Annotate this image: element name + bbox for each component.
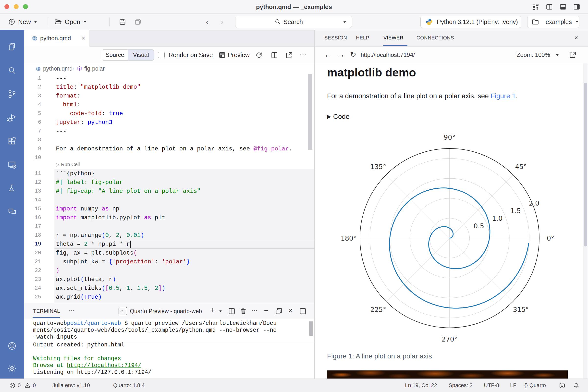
cursor-position[interactable]: Ln 19, Col 22	[405, 379, 437, 392]
save-all-icon[interactable]	[134, 18, 142, 26]
url-field[interactable]: http://localhost:7194/	[361, 46, 415, 63]
split-editor-icon[interactable]	[271, 52, 278, 58]
code-line[interactable]: 7---	[24, 127, 314, 136]
code-editor[interactable]: ▷ Run Cell 1---2title: "matplotlib demo"…	[24, 74, 314, 303]
code-disclosure[interactable]: ▶ Code	[327, 113, 350, 120]
visual-toggle[interactable]: Visual	[128, 50, 154, 60]
close-pane-icon[interactable]: ×	[574, 30, 578, 46]
tab-python-qmd[interactable]: python.qmd ×	[24, 30, 90, 46]
extensions-icon[interactable]	[6, 136, 18, 146]
account-icon[interactable]	[6, 340, 18, 351]
render-on-save-checkbox[interactable]	[158, 52, 165, 58]
forward-icon[interactable]: →	[337, 46, 345, 63]
more-actions-icon[interactable]: ⋯	[251, 307, 258, 314]
panel-right-icon[interactable]	[573, 4, 580, 10]
code-line[interactable]: 23ax.plot(theta, r)	[24, 275, 314, 284]
terminal-link[interactable]: http://localhost:7194/	[67, 362, 141, 369]
code-line[interactable]: 16import matplotlib.pyplot as plt	[24, 214, 314, 222]
quarto-version[interactable]: Quarto: 1.8.4	[113, 379, 144, 392]
search-input[interactable]: Search	[235, 16, 352, 28]
code-line[interactable]: 18r = np.arange(0, 2, 0.01)	[24, 231, 314, 240]
comments-icon[interactable]	[6, 206, 18, 217]
trash-icon[interactable]	[240, 308, 247, 314]
code-line[interactable]: 9For a demonstration of a line plot on a…	[24, 144, 314, 153]
code-line[interactable]: 12#| label: fig-polar	[24, 178, 314, 187]
figure-link[interactable]: Figure 1	[491, 92, 516, 100]
encoding[interactable]: UTF-8	[484, 379, 499, 392]
error-icon[interactable]	[9, 382, 16, 388]
terminal-tab[interactable]: TERMINAL	[33, 303, 60, 318]
source-control-icon[interactable]	[6, 89, 18, 100]
chevron-down-icon[interactable]	[556, 54, 559, 56]
code-line[interactable]: 22)	[24, 266, 314, 275]
new-button[interactable]: New	[8, 14, 37, 30]
code-line[interactable]: 5 code-fold: true	[24, 109, 314, 118]
language-mode[interactable]: {} Quarto	[524, 379, 546, 392]
editor-scrollbar[interactable]	[308, 74, 312, 150]
panel-bottom-icon[interactable]	[560, 4, 566, 10]
tab-session[interactable]: SESSION	[324, 30, 347, 46]
panel-more-icon[interactable]: ⋯	[68, 307, 74, 314]
code-line[interactable]: 24ax.set_rticks([0.5, 1, 1.5, 2])	[24, 284, 314, 293]
breadcrumb-symbol[interactable]: fig-polar	[84, 63, 104, 74]
code-line[interactable]: 20fig, ax = plt.subplots(	[24, 249, 314, 258]
close-icon[interactable]: ×	[82, 30, 85, 46]
split-columns-icon[interactable]	[546, 4, 553, 10]
code-line[interactable]: 2title: "matplotlib demo"	[24, 83, 314, 92]
restore-panel-icon[interactable]	[276, 308, 282, 314]
zoom-control[interactable]: Zoom: 100%	[517, 46, 550, 63]
tab-connections[interactable]: CONNECTIONS	[416, 30, 454, 46]
code-line[interactable]: 14	[24, 196, 314, 204]
terminal-output[interactable]: quarto-webposit/quarto-web $ quarto prev…	[24, 320, 314, 379]
code-line[interactable]: 4 html:	[24, 100, 314, 109]
terminal-scrollbar[interactable]	[309, 322, 312, 336]
viewer-scrollbar[interactable]	[584, 83, 587, 246]
maximize-panel-icon[interactable]	[300, 308, 306, 314]
feedback-smiley-icon[interactable]	[559, 382, 565, 388]
code-line[interactable]: 21 subplot_kw = {'projection': 'polar'}	[24, 258, 314, 266]
code-line[interactable]: 3format:	[24, 92, 314, 100]
navigate-back-button[interactable]: ‹	[206, 14, 208, 30]
breadcrumb-file[interactable]: python.qmd	[43, 63, 72, 74]
customize-layout-icon[interactable]	[532, 4, 539, 10]
eol-sequence[interactable]: LF	[510, 379, 516, 392]
save-icon[interactable]	[119, 18, 126, 26]
console-icon[interactable]	[6, 159, 18, 170]
search-icon[interactable]	[6, 65, 18, 76]
minimize-panel-icon[interactable]: –	[264, 306, 268, 314]
terminal-session-title[interactable]: Quarto Preview - quarto-web	[130, 303, 202, 319]
close-panel-icon[interactable]: ×	[288, 306, 292, 314]
explorer-files-icon[interactable]	[6, 42, 18, 52]
code-line[interactable]: 17	[24, 222, 314, 231]
source-toggle[interactable]: Source	[102, 50, 128, 60]
julia-env[interactable]: Julia env: v1.10	[52, 379, 90, 392]
chevron-down-icon[interactable]	[219, 310, 222, 312]
code-line[interactable]: 6jupyter: python3	[24, 118, 314, 127]
new-terminal-icon[interactable]: +	[210, 306, 214, 314]
error-count[interactable]: 0	[18, 379, 20, 392]
warning-count[interactable]: 0	[33, 379, 36, 392]
code-line[interactable]: 19theta = 2 * np.pi * r	[24, 240, 314, 249]
code-line[interactable]: 25ax.grid(True)	[24, 293, 314, 302]
code-line[interactable]: 15import numpy as np	[24, 204, 314, 214]
warning-icon[interactable]	[24, 382, 30, 388]
code-line[interactable]: 10	[24, 153, 314, 162]
open-external-icon[interactable]	[286, 52, 292, 58]
render-icon[interactable]	[256, 52, 262, 58]
settings-gear-icon[interactable]	[6, 363, 18, 374]
code-line[interactable]: 13#| fig-cap: "A line plot on a polar ax…	[24, 187, 314, 196]
tab-viewer[interactable]: VIEWER	[384, 30, 404, 46]
interpreter-button[interactable]: Python 3.12.1 (PipEnv: .venv)	[420, 16, 521, 28]
code-line[interactable]: 11```{python}	[24, 169, 314, 178]
indentation[interactable]: Spaces: 2	[448, 379, 472, 392]
testing-beaker-icon[interactable]	[6, 183, 18, 194]
back-icon[interactable]: ←	[324, 46, 332, 63]
split-terminal-icon[interactable]	[228, 308, 235, 314]
open-button[interactable]: Open	[54, 14, 87, 30]
tab-help[interactable]: HELP	[356, 30, 369, 46]
more-actions-icon[interactable]: ⋯	[300, 46, 306, 63]
reload-icon[interactable]: ↻	[350, 46, 356, 63]
code-line[interactable]: 1---	[24, 74, 314, 83]
run-debug-icon[interactable]	[6, 112, 18, 123]
bell-icon[interactable]	[573, 382, 580, 388]
